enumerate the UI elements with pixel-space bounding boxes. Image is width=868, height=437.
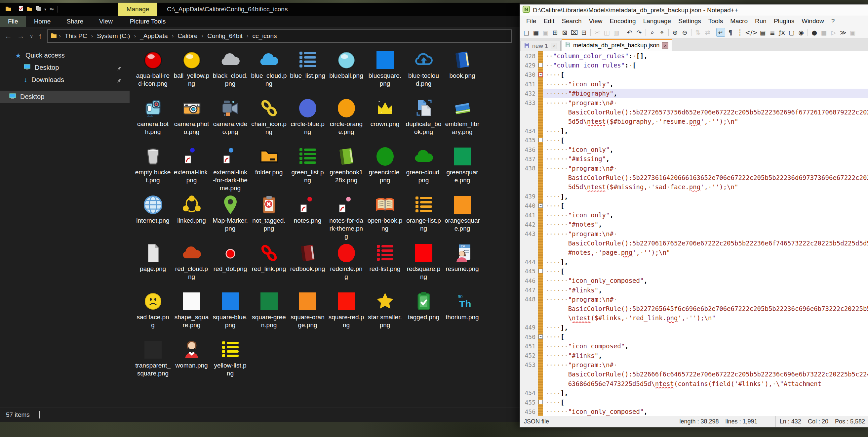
file-item[interactable]: red_dot.png: [211, 241, 250, 289]
code-line[interactable]: BasicColorRule():5b2273616420666163652e7…: [520, 173, 868, 182]
find-icon[interactable]: ⌕: [648, 28, 657, 37]
sidebar-item-desktop-tree[interactable]: Desktop: [0, 91, 130, 103]
code-line[interactable]: 436······"icon_only",: [520, 145, 868, 154]
code-line[interactable]: 434····],: [520, 126, 868, 135]
sync-horizontal-scrolling-icon[interactable]: ⇄: [703, 28, 712, 37]
menu-help[interactable]: ?: [828, 18, 839, 25]
file-item[interactable]: emblem_library.png: [443, 96, 482, 145]
manage-contextual-tab[interactable]: Manage: [118, 3, 157, 16]
file-item[interactable]: greenbook128x.png: [327, 145, 366, 193]
ribbon-tab-file[interactable]: File: [0, 16, 26, 27]
menu-search[interactable]: Search: [558, 18, 585, 25]
file-item[interactable]: ball_yellow.png: [172, 48, 211, 96]
document-tab[interactable]: metadata_db_prefs_backup.json×: [562, 39, 672, 51]
file-item[interactable]: star smaller.png: [366, 289, 404, 338]
menu-encoding[interactable]: Encoding: [606, 18, 639, 25]
file-item[interactable]: not_tagged.png: [250, 193, 288, 241]
file-item[interactable]: empty bucket.png: [133, 145, 172, 193]
stop-recording-icon[interactable]: ■: [819, 28, 828, 37]
properties-check-icon[interactable]: [19, 6, 24, 13]
file-item[interactable]: square-orange.png: [288, 289, 327, 338]
file-item[interactable]: orange-list.png: [404, 193, 443, 241]
menu-macro[interactable]: Macro: [726, 18, 751, 25]
file-item[interactable]: chain_icon.png: [250, 96, 288, 145]
breadcrumb-segment[interactable]: _AppData: [138, 32, 170, 40]
breadcrumb[interactable]: ›This PC›System (C:)›_AppData›Calibre›Co…: [47, 29, 512, 43]
zoom-out-icon[interactable]: ⊖: [680, 28, 689, 37]
code-line[interactable]: BasicColorRule():5b22706167652e706e67222…: [520, 238, 868, 248]
new-file-icon[interactable]: □: [522, 28, 531, 37]
code-line[interactable]: BasicColorRule():5b22666f6c6465722e706e6…: [520, 370, 868, 379]
close-icon[interactable]: ⊠: [560, 28, 569, 37]
run-macro-multiple-times-icon[interactable]: ≫: [839, 28, 847, 37]
file-item[interactable]: green_list.png: [288, 145, 327, 193]
folder-icon[interactable]: [5, 6, 11, 13]
menu-edit[interactable]: Edit: [540, 18, 558, 25]
file-item[interactable]: blueball.png: [327, 48, 366, 96]
file-item[interactable]: duplicate_book.png: [404, 96, 443, 145]
code-line[interactable]: 429−··"column_icon_rules":·[: [520, 61, 868, 70]
code-line[interactable]: 5d5d\ntest($#biography,·'resume.png',·''…: [520, 117, 868, 126]
file-item[interactable]: folder.png: [250, 145, 288, 193]
fold-collapse-icon[interactable]: −: [538, 203, 543, 208]
sidebar-item-quick-access[interactable]: ★ Quick access: [0, 49, 130, 61]
file-item[interactable]: external-link-for-dark-theme.png: [211, 145, 250, 193]
file-item[interactable]: square-blue.png: [211, 289, 250, 338]
ribbon-tab-view[interactable]: View: [91, 16, 121, 27]
ribbon-tab-share[interactable]: Share: [59, 16, 91, 27]
code-line[interactable]: 450−····[: [520, 332, 868, 341]
undo-icon[interactable]: ↶: [625, 28, 634, 37]
replace-icon[interactable]: ⌖: [657, 28, 666, 37]
file-item[interactable]: camera.video.png: [211, 96, 250, 145]
sidebar-item-downloads[interactable]: ↓ Downloads: [0, 74, 130, 86]
file-item[interactable]: Map-Marker.png: [211, 193, 250, 241]
file-item[interactable]: transparent_square.png: [133, 338, 172, 386]
menu-run[interactable]: Run: [751, 18, 770, 25]
code-line[interactable]: 444····],: [520, 257, 868, 267]
code-line[interactable]: 446······"icon_only_composed",: [520, 276, 868, 285]
code-line[interactable]: 452······"#links",: [520, 351, 868, 360]
copy-icon[interactable]: [36, 6, 41, 13]
file-item[interactable]: sad face.png: [133, 289, 172, 338]
code-line[interactable]: 437······"#missing",: [520, 154, 868, 164]
file-item[interactable]: shape_square.png: [172, 289, 211, 338]
function-list-icon[interactable]: ≣: [768, 28, 777, 37]
file-item[interactable]: redcircle.png: [327, 241, 366, 289]
file-item[interactable]: notes.png: [288, 193, 327, 241]
breadcrumb-segment[interactable]: cc_icons: [251, 32, 279, 40]
code-line[interactable]: 432······"#biography",: [520, 89, 868, 98]
code-line[interactable]: 431······"icon_only",: [520, 79, 868, 89]
editor[interactable]: 428··"column_color_rules":·[],429−··"col…: [520, 51, 868, 416]
customize-toolbar-icon[interactable]: ≡▾: [50, 7, 54, 11]
file-item[interactable]: orangesquare.png: [443, 193, 482, 241]
save-recorded-macro-icon[interactable]: ▣: [848, 28, 857, 37]
file-item[interactable]: red_link.png: [250, 241, 288, 289]
menu-plugins[interactable]: Plugins: [770, 18, 798, 25]
fold-collapse-icon[interactable]: −: [538, 138, 543, 142]
file-item[interactable]: circle-orange.png: [327, 96, 366, 145]
playback-macro-icon[interactable]: ▷: [829, 28, 838, 37]
file-item[interactable]: crown.png: [366, 96, 404, 145]
code-line[interactable]: 440−····[: [520, 201, 868, 210]
file-item[interactable]: green-cloud.png: [404, 145, 443, 193]
code-line[interactable]: BasicColorRule():5b227265645f6c696e6b2e7…: [520, 304, 868, 313]
code-line[interactable]: #notes,·'page.png',·'');\n": [520, 248, 868, 257]
file-item[interactable]: blue_cloud.png: [250, 48, 288, 96]
code-line[interactable]: BasicColorRule():5b22726573756d652e706e6…: [520, 108, 868, 117]
zoom-in-icon[interactable]: ⊕: [671, 28, 680, 37]
code-line[interactable]: 441······"icon_only",: [520, 210, 868, 220]
close-all-icon[interactable]: ⌧: [570, 28, 579, 37]
save-icon[interactable]: ▣: [541, 28, 550, 37]
file-item[interactable]: page.png: [133, 241, 172, 289]
file-item[interactable]: square-red.png: [327, 289, 366, 338]
file-item[interactable]: square-green.png: [250, 289, 288, 338]
file-item[interactable]: aqua-ball-red-icon.png: [133, 48, 172, 96]
code-line[interactable]: 449····],: [520, 323, 868, 332]
file-item[interactable]: linked.png: [172, 193, 211, 241]
menu-settings[interactable]: Settings: [675, 18, 705, 25]
fold-collapse-icon[interactable]: −: [538, 72, 543, 77]
file-item[interactable]: circle-blue.png: [288, 96, 327, 145]
file-item[interactable]: external-link.png: [172, 145, 211, 193]
code-line[interactable]: 63686d656e7473225d5d5d\ntest(contains(fi…: [520, 379, 868, 388]
file-item[interactable]: internet.png: [133, 193, 172, 241]
